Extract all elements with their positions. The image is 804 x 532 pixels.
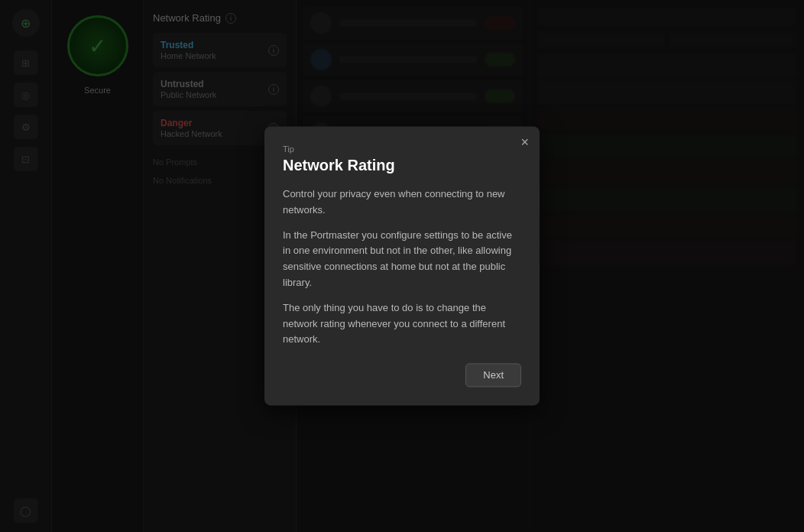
modal-footer: Next bbox=[283, 364, 521, 388]
next-button[interactable]: Next bbox=[465, 364, 521, 388]
modal-paragraph-2: In the Portmaster you configure settings… bbox=[283, 228, 521, 291]
modal-tip-label: Tip bbox=[283, 144, 521, 154]
modal-paragraph-3: The only thing you have to do is to chan… bbox=[283, 300, 521, 348]
modal-paragraph-1: Control your privacy even when connectin… bbox=[283, 187, 521, 219]
modal-title: Network Rating bbox=[283, 157, 521, 174]
modal-body: Control your privacy even when connectin… bbox=[283, 187, 521, 348]
modal-close-button[interactable]: × bbox=[520, 135, 529, 149]
tip-modal: × Tip Network Rating Control your privac… bbox=[264, 126, 540, 405]
